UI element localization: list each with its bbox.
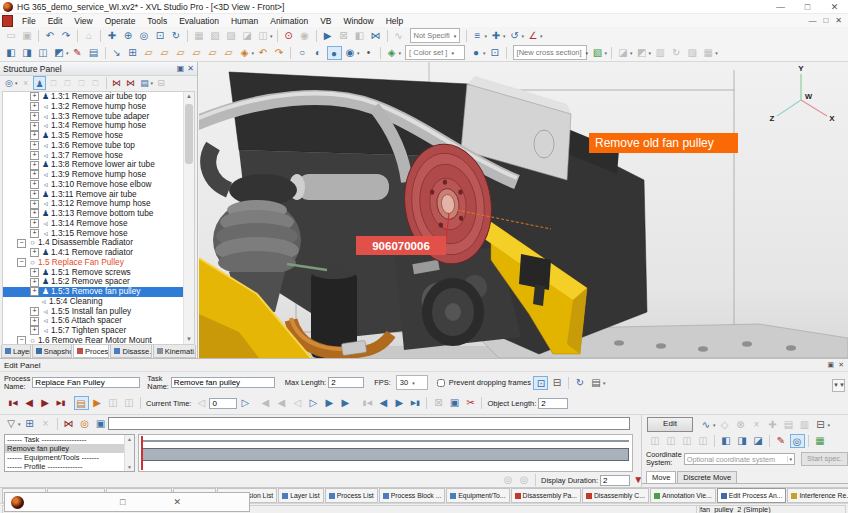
angle-snap-dropdown-icon[interactable]: ▾	[540, 33, 543, 39]
bottom-tab-disassemblyc[interactable]: Disassembly C...	[582, 488, 649, 503]
insert-key-mode-icon[interactable]: ▤	[74, 396, 89, 410]
max-length-input[interactable]	[328, 377, 364, 388]
section-hatch-icon[interactable]: ▨	[685, 46, 700, 60]
view-custom-dropdown-icon[interactable]: ▾	[66, 50, 69, 56]
section-cap-icon[interactable]: ▥	[653, 46, 668, 60]
point-add-icon[interactable]: ✚	[765, 418, 780, 432]
track-delete-icon[interactable]: ×	[38, 417, 53, 431]
key-next-icon[interactable]: ▶	[392, 396, 407, 410]
point-merge-icon[interactable]: ⊗	[733, 418, 748, 432]
show-worker-icon[interactable]: ♟	[33, 76, 46, 90]
render-edges-dropdown-icon[interactable]: ▾	[357, 50, 360, 56]
measure-icon[interactable]: ⋈	[368, 29, 383, 43]
strip-close-button[interactable]: ✕	[173, 497, 181, 507]
frame-step-fwd-icon[interactable]: ▷	[306, 396, 321, 410]
rotate-circle-dropdown-icon[interactable]: ▾	[522, 33, 525, 39]
link-parts-icon[interactable]: ≡	[470, 29, 485, 43]
snap-vertex-icon[interactable]: ◫	[648, 434, 663, 448]
open-icon[interactable]: ▭	[4, 29, 19, 43]
select-lasso-icon[interactable]: ▨	[224, 29, 239, 43]
verify-icon[interactable]: ∿	[391, 29, 406, 43]
axis-z-icon[interactable]: ◪	[751, 434, 766, 448]
panel-tab-snapshot[interactable]: Snapshot	[32, 345, 72, 358]
background-display-icon[interactable]: ⊡	[487, 46, 502, 60]
key-first-icon[interactable]: ▮◀	[360, 396, 375, 410]
expand-toggle-icon[interactable]: +	[30, 180, 39, 189]
point-edit-icon[interactable]: ◇	[717, 418, 732, 432]
section-animate-icon[interactable]: ↻	[669, 46, 684, 60]
menu-human[interactable]: Human	[225, 16, 264, 26]
key-last-icon[interactable]: ▶▮	[408, 396, 423, 410]
track-locate-icon[interactable]: ◎	[77, 417, 92, 431]
current-time-input[interactable]	[209, 398, 237, 409]
tree-search-icon[interactable]: ◎	[3, 76, 16, 90]
frame-first-icon[interactable]: ◀	[258, 396, 273, 410]
append-key-mode-icon[interactable]: ▶	[90, 396, 105, 410]
move-parts-dropdown-icon[interactable]: ▾	[270, 33, 273, 39]
view-right-icon[interactable]: ▱	[189, 46, 204, 60]
view-iso-icon[interactable]: ◈	[237, 46, 252, 60]
menu-file[interactable]: File	[16, 16, 42, 26]
part-label-text[interactable]: 906070006	[372, 240, 430, 252]
zoom-timeline-out-icon[interactable]: ◎	[517, 473, 532, 487]
scroll-thumb[interactable]	[185, 104, 193, 164]
expand-toggle-icon[interactable]: +	[30, 141, 39, 150]
bottom-tab-disassemblypa[interactable]: Disassembly Pa...	[511, 488, 581, 503]
cross-section-combo[interactable]: [New cross section]▾	[513, 45, 587, 60]
zoom-timeline-in-icon[interactable]: ◎	[501, 473, 516, 487]
expand-toggle-icon[interactable]: +	[30, 112, 39, 121]
motion-list-dropdown-icon[interactable]: ▾	[828, 422, 831, 428]
zoom-window-icon[interactable]: ⊡	[153, 29, 168, 43]
anim-curve-dropdown-icon[interactable]: ▾	[713, 422, 716, 428]
time-step-down[interactable]: ◁	[194, 396, 209, 410]
maximize-button[interactable]: □	[794, 0, 821, 13]
frame-fwd-icon[interactable]: ▶	[322, 396, 337, 410]
mdi-restore-button[interactable]: □	[823, 16, 828, 25]
track-scroll-up-icon[interactable]: ▲	[125, 436, 134, 442]
move-parts-icon[interactable]: ◫	[256, 29, 271, 43]
expand-toggle-icon[interactable]: +	[30, 190, 39, 199]
redo-icon[interactable]: ↷	[59, 29, 74, 43]
menu-edit[interactable]: Edit	[42, 16, 69, 26]
tree-f3-icon[interactable]: □	[75, 76, 88, 90]
expand-toggle-icon[interactable]: +	[30, 287, 39, 296]
close-button[interactable]: ✕	[821, 0, 848, 13]
go-start-icon[interactable]: ▮◀	[6, 396, 21, 410]
close-panel-icon[interactable]: ✕	[187, 64, 194, 73]
find-next-icon[interactable]: ⋈	[124, 76, 137, 90]
expand-toggle-icon[interactable]: +	[30, 278, 39, 287]
cut-key-icon[interactable]: ✂	[463, 396, 478, 410]
menu-window[interactable]: Window	[337, 16, 379, 26]
view-split-icon[interactable]: ◨	[20, 46, 35, 60]
expand-toggle-icon[interactable]: +	[30, 170, 39, 179]
simple-move-icon[interactable]: ◉	[297, 29, 312, 43]
home-view-icon[interactable]: ⌂	[82, 29, 97, 43]
expand-toggle-icon[interactable]: +	[30, 151, 39, 160]
new-section-icon[interactable]: ▧	[590, 46, 605, 60]
section-rotate-dropdown-icon[interactable]: ▾	[649, 50, 652, 56]
coordinate-system-select[interactable]: Optional coordinate system▾	[684, 453, 795, 465]
pages-icon[interactable]: ▤	[86, 46, 101, 60]
panel-tab-layer[interactable]: Layer	[1, 345, 31, 358]
go-end-icon[interactable]: ▶▮	[54, 396, 69, 410]
orbit-icon[interactable]: ⊕	[121, 29, 136, 43]
smooth-move-icon[interactable]: ⊙	[281, 29, 296, 43]
view-single-icon[interactable]: ◧	[4, 46, 19, 60]
expand-toggle-icon[interactable]: −	[17, 258, 26, 267]
timeline-canvas[interactable]	[138, 434, 633, 472]
select-parts-icon[interactable]: ▦	[192, 29, 207, 43]
expand-toggle-icon[interactable]: +	[30, 102, 39, 111]
centerline-icon[interactable]: •	[361, 46, 376, 60]
edit-panel-close-icon[interactable]: ✕	[838, 361, 844, 369]
bottom-tab-annotationvie[interactable]: Annotation Vie...	[650, 488, 716, 503]
stamp-before-icon[interactable]: ◫	[106, 396, 121, 410]
anim-curve-icon[interactable]: ∿	[699, 418, 714, 432]
prevent-frames-checkbox[interactable]	[437, 379, 445, 387]
expand-toggle-icon[interactable]: −	[17, 239, 26, 248]
track-add-icon[interactable]: ⊞	[22, 417, 37, 431]
start-spec-button[interactable]: Start spec.	[801, 452, 848, 466]
timeline-task-bar[interactable]	[142, 448, 629, 461]
copy-motion-icon[interactable]: ▤	[781, 418, 796, 432]
bottom-tab-processblock[interactable]: Process Block ...	[379, 488, 446, 503]
view-front-icon[interactable]: ▱	[141, 46, 156, 60]
